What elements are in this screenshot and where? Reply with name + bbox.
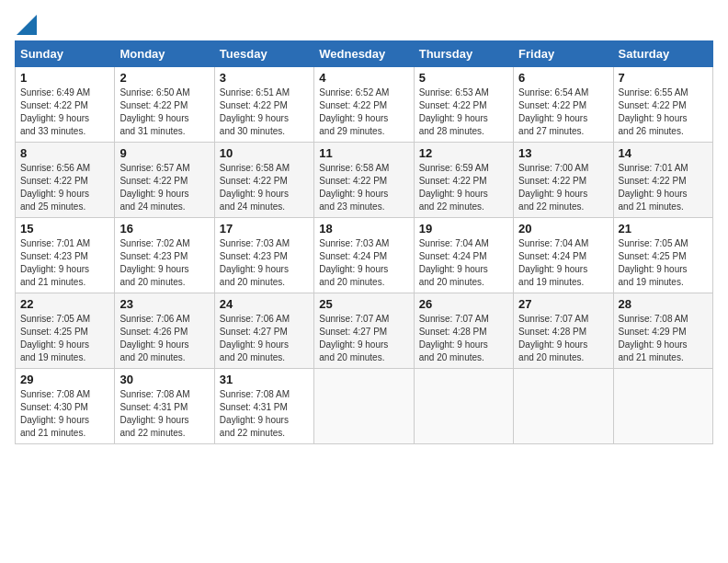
- day-number: 3: [220, 71, 309, 85]
- calendar-cell: 22Sunrise: 7:05 AMSunset: 4:25 PMDayligh…: [16, 293, 115, 369]
- calendar-cell: 28Sunrise: 7:08 AMSunset: 4:29 PMDayligh…: [613, 293, 712, 369]
- weekday-header-wednesday: Wednesday: [314, 41, 414, 67]
- calendar-cell: 1Sunrise: 6:49 AMSunset: 4:22 PMDaylight…: [16, 67, 115, 143]
- calendar-cell: 29Sunrise: 7:08 AMSunset: 4:30 PMDayligh…: [16, 369, 115, 444]
- calendar-cell: 3Sunrise: 6:51 AMSunset: 4:22 PMDaylight…: [214, 67, 313, 143]
- day-info: Sunrise: 7:03 AMSunset: 4:24 PMDaylight:…: [319, 237, 408, 289]
- page-header: [15, 15, 713, 31]
- logo: [15, 15, 37, 31]
- weekday-header-friday: Friday: [514, 41, 613, 67]
- calendar-cell: [314, 369, 414, 444]
- calendar-cell: [514, 369, 613, 444]
- day-info: Sunrise: 7:03 AMSunset: 4:23 PMDaylight:…: [220, 237, 309, 289]
- day-info: Sunrise: 7:01 AMSunset: 4:23 PMDaylight:…: [20, 237, 109, 289]
- day-info: Sunrise: 7:01 AMSunset: 4:22 PMDaylight:…: [619, 162, 708, 213]
- day-info: Sunrise: 6:52 AMSunset: 4:22 PMDaylight:…: [319, 86, 408, 138]
- day-info: Sunrise: 7:05 AMSunset: 4:25 PMDaylight:…: [20, 313, 109, 364]
- calendar-cell: 26Sunrise: 7:07 AMSunset: 4:28 PMDayligh…: [414, 293, 513, 369]
- day-number: 15: [20, 222, 109, 236]
- calendar-cell: 13Sunrise: 7:00 AMSunset: 4:22 PMDayligh…: [514, 143, 613, 218]
- day-number: 7: [619, 71, 708, 85]
- day-info: Sunrise: 7:08 AMSunset: 4:31 PMDaylight:…: [220, 388, 309, 440]
- calendar-cell: [414, 369, 513, 444]
- calendar-cell: 12Sunrise: 6:59 AMSunset: 4:22 PMDayligh…: [414, 143, 513, 218]
- day-number: 17: [220, 222, 309, 236]
- day-number: 28: [619, 297, 708, 311]
- calendar-cell: 30Sunrise: 7:08 AMSunset: 4:31 PMDayligh…: [115, 369, 214, 444]
- calendar-week-row: 29Sunrise: 7:08 AMSunset: 4:30 PMDayligh…: [16, 369, 713, 444]
- day-number: 27: [518, 297, 608, 311]
- calendar-cell: 20Sunrise: 7:04 AMSunset: 4:24 PMDayligh…: [514, 218, 613, 293]
- calendar-cell: 24Sunrise: 7:06 AMSunset: 4:27 PMDayligh…: [214, 293, 313, 369]
- day-number: 9: [119, 146, 209, 160]
- day-info: Sunrise: 7:04 AMSunset: 4:24 PMDaylight:…: [419, 237, 508, 289]
- day-number: 30: [119, 373, 209, 386]
- calendar-cell: 18Sunrise: 7:03 AMSunset: 4:24 PMDayligh…: [314, 218, 414, 293]
- day-info: Sunrise: 6:58 AMSunset: 4:22 PMDaylight:…: [319, 162, 408, 213]
- day-number: 16: [119, 222, 209, 236]
- day-number: 4: [319, 71, 408, 85]
- calendar-week-row: 1Sunrise: 6:49 AMSunset: 4:22 PMDaylight…: [16, 67, 713, 143]
- calendar-cell: 19Sunrise: 7:04 AMSunset: 4:24 PMDayligh…: [414, 218, 513, 293]
- calendar-cell: 23Sunrise: 7:06 AMSunset: 4:26 PMDayligh…: [115, 293, 214, 369]
- calendar-week-row: 22Sunrise: 7:05 AMSunset: 4:25 PMDayligh…: [16, 293, 713, 369]
- day-info: Sunrise: 7:07 AMSunset: 4:28 PMDaylight:…: [419, 313, 508, 364]
- calendar-cell: 9Sunrise: 6:57 AMSunset: 4:22 PMDaylight…: [115, 143, 214, 218]
- day-info: Sunrise: 6:58 AMSunset: 4:22 PMDaylight:…: [220, 162, 309, 213]
- day-number: 12: [419, 146, 508, 160]
- day-number: 24: [220, 297, 309, 311]
- calendar-cell: 6Sunrise: 6:54 AMSunset: 4:22 PMDaylight…: [514, 67, 613, 143]
- day-info: Sunrise: 6:51 AMSunset: 4:22 PMDaylight:…: [220, 86, 309, 138]
- calendar-cell: [613, 369, 712, 444]
- day-info: Sunrise: 6:56 AMSunset: 4:22 PMDaylight:…: [20, 162, 109, 213]
- day-info: Sunrise: 7:00 AMSunset: 4:22 PMDaylight:…: [518, 162, 608, 213]
- day-number: 23: [119, 297, 209, 311]
- calendar-cell: 17Sunrise: 7:03 AMSunset: 4:23 PMDayligh…: [214, 218, 313, 293]
- weekday-header-thursday: Thursday: [414, 41, 513, 67]
- day-info: Sunrise: 6:49 AMSunset: 4:22 PMDaylight:…: [20, 86, 109, 138]
- day-info: Sunrise: 7:08 AMSunset: 4:29 PMDaylight:…: [619, 313, 708, 364]
- day-info: Sunrise: 7:08 AMSunset: 4:31 PMDaylight:…: [119, 388, 209, 440]
- day-number: 29: [20, 373, 109, 386]
- calendar-cell: 31Sunrise: 7:08 AMSunset: 4:31 PMDayligh…: [214, 369, 313, 444]
- day-info: Sunrise: 6:59 AMSunset: 4:22 PMDaylight:…: [419, 162, 508, 213]
- calendar-cell: 2Sunrise: 6:50 AMSunset: 4:22 PMDaylight…: [115, 67, 214, 143]
- day-number: 20: [518, 222, 608, 236]
- day-number: 8: [20, 146, 109, 160]
- calendar-cell: 4Sunrise: 6:52 AMSunset: 4:22 PMDaylight…: [314, 67, 414, 143]
- calendar-week-row: 15Sunrise: 7:01 AMSunset: 4:23 PMDayligh…: [16, 218, 713, 293]
- weekday-header-sunday: Sunday: [16, 41, 115, 67]
- calendar-cell: 14Sunrise: 7:01 AMSunset: 4:22 PMDayligh…: [613, 143, 712, 218]
- calendar-cell: 10Sunrise: 6:58 AMSunset: 4:22 PMDayligh…: [214, 143, 313, 218]
- day-info: Sunrise: 7:08 AMSunset: 4:30 PMDaylight:…: [20, 388, 109, 440]
- day-number: 19: [419, 222, 508, 236]
- day-info: Sunrise: 7:05 AMSunset: 4:25 PMDaylight:…: [619, 237, 708, 289]
- svg-marker-0: [17, 15, 37, 35]
- day-info: Sunrise: 7:02 AMSunset: 4:23 PMDaylight:…: [119, 237, 209, 289]
- weekday-header-monday: Monday: [115, 41, 214, 67]
- day-number: 21: [619, 222, 708, 236]
- day-number: 14: [619, 146, 708, 160]
- calendar-cell: 7Sunrise: 6:55 AMSunset: 4:22 PMDaylight…: [613, 67, 712, 143]
- weekday-header-saturday: Saturday: [613, 41, 712, 67]
- calendar-table: SundayMondayTuesdayWednesdayThursdayFrid…: [15, 40, 713, 444]
- weekday-header-tuesday: Tuesday: [214, 41, 313, 67]
- calendar-cell: 8Sunrise: 6:56 AMSunset: 4:22 PMDaylight…: [16, 143, 115, 218]
- day-info: Sunrise: 7:04 AMSunset: 4:24 PMDaylight:…: [518, 237, 608, 289]
- calendar-cell: 5Sunrise: 6:53 AMSunset: 4:22 PMDaylight…: [414, 67, 513, 143]
- calendar-week-row: 8Sunrise: 6:56 AMSunset: 4:22 PMDaylight…: [16, 143, 713, 218]
- day-number: 1: [20, 71, 109, 85]
- day-number: 5: [419, 71, 508, 85]
- calendar-cell: 21Sunrise: 7:05 AMSunset: 4:25 PMDayligh…: [613, 218, 712, 293]
- day-number: 31: [220, 373, 309, 386]
- day-number: 6: [518, 71, 608, 85]
- day-info: Sunrise: 7:06 AMSunset: 4:26 PMDaylight:…: [119, 313, 209, 364]
- day-number: 18: [319, 222, 408, 236]
- day-info: Sunrise: 6:55 AMSunset: 4:22 PMDaylight:…: [619, 86, 708, 138]
- day-info: Sunrise: 6:57 AMSunset: 4:22 PMDaylight:…: [119, 162, 209, 213]
- calendar-cell: 16Sunrise: 7:02 AMSunset: 4:23 PMDayligh…: [115, 218, 214, 293]
- day-number: 25: [319, 297, 408, 311]
- day-number: 11: [319, 146, 408, 160]
- day-info: Sunrise: 7:07 AMSunset: 4:27 PMDaylight:…: [319, 313, 408, 364]
- day-number: 26: [419, 297, 508, 311]
